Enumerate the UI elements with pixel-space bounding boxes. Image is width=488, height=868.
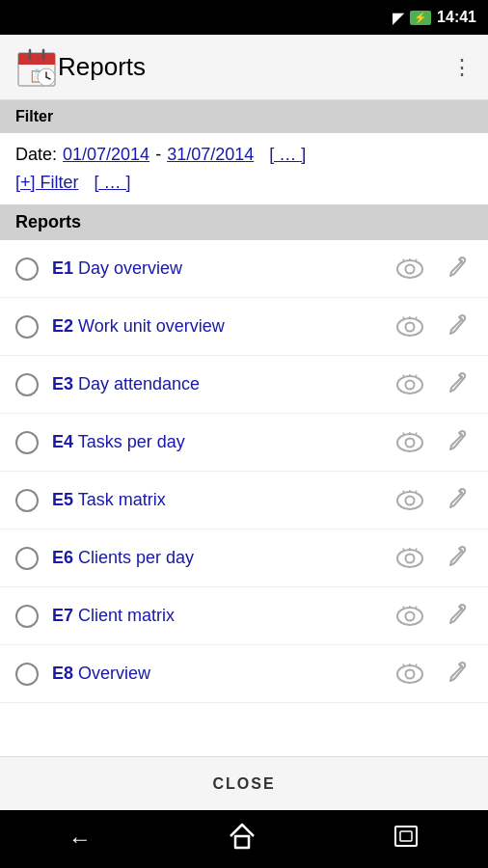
recent-apps-icon [393, 824, 420, 849]
report-radio-e4[interactable] [15, 431, 39, 454]
report-eye-icon-e4[interactable] [392, 424, 428, 461]
nav-home-button[interactable] [208, 815, 276, 864]
report-eye-icon-e2[interactable] [392, 309, 428, 345]
svg-point-22 [406, 380, 415, 389]
svg-point-9 [397, 260, 422, 278]
svg-line-11 [403, 258, 404, 261]
filter-date-label: Date: [15, 145, 57, 165]
svg-point-51 [397, 665, 422, 683]
filter-bracket-link-2[interactable]: [ … ] [95, 173, 131, 193]
svg-line-37 [416, 490, 417, 493]
svg-line-47 [403, 606, 404, 609]
app-icon: 📋 [15, 46, 58, 89]
report-radio-e2[interactable] [15, 315, 39, 339]
svg-line-13 [416, 258, 417, 261]
report-row: E2 Work unit overview [0, 298, 488, 356]
filter-date-separator: - [155, 145, 161, 165]
report-label-e6[interactable]: E6 Clients per day [52, 548, 392, 568]
report-label-e5[interactable]: E5 Task matrix [52, 490, 392, 510]
svg-line-49 [416, 606, 417, 609]
report-wrench-icon-e6[interactable] [436, 540, 473, 577]
svg-line-53 [403, 664, 404, 666]
svg-rect-59 [400, 831, 412, 841]
report-row: E4 Tasks per day [0, 414, 488, 472]
home-icon [228, 823, 257, 850]
report-row: E1 Day overview [0, 240, 488, 298]
report-wrench-icon-e1[interactable] [436, 251, 473, 287]
svg-rect-58 [395, 827, 417, 846]
svg-point-45 [397, 608, 422, 625]
nav-bar: ← [0, 810, 488, 868]
svg-rect-57 [235, 836, 249, 848]
svg-line-17 [403, 316, 404, 319]
report-eye-icon-e8[interactable] [392, 656, 428, 692]
report-label-e3[interactable]: E3 Day attendance [52, 374, 392, 394]
report-eye-icon-e3[interactable] [392, 366, 428, 403]
reports-list: E1 Day overview E2 Work unit overview E3… [0, 240, 488, 756]
filter-section-header: Filter [0, 100, 488, 133]
filter-date-to[interactable]: 31/07/2014 [167, 145, 254, 165]
status-icons: ◤ ⚡ 14:41 [393, 9, 476, 27]
report-wrench-icon-e2[interactable] [436, 309, 473, 345]
report-row: E3 Day attendance [0, 356, 488, 414]
report-label-e4[interactable]: E4 Tasks per day [52, 432, 392, 452]
svg-point-46 [406, 611, 415, 620]
report-radio-e3[interactable] [15, 373, 39, 396]
svg-point-39 [397, 550, 422, 567]
svg-line-25 [416, 374, 417, 377]
battery-icon: ⚡ [410, 11, 431, 25]
filter-add-row: [+] Filter [ … ] [15, 173, 473, 193]
status-time: 14:41 [437, 9, 476, 26]
report-radio-e6[interactable] [15, 547, 39, 570]
report-label-e8[interactable]: E8 Overview [52, 664, 392, 684]
svg-line-55 [416, 664, 417, 666]
svg-point-40 [406, 554, 415, 562]
svg-point-33 [397, 492, 422, 509]
svg-line-35 [403, 490, 404, 493]
filter-date-row: Date: 01/07/2014 - 31/07/2014 [ … ] [15, 145, 473, 165]
filter-bracket-link-1[interactable]: [ … ] [269, 145, 306, 165]
report-radio-e5[interactable] [15, 489, 39, 512]
svg-rect-2 [18, 61, 55, 65]
svg-point-34 [406, 496, 415, 504]
report-radio-e7[interactable] [15, 605, 39, 628]
svg-point-28 [406, 438, 415, 447]
svg-line-31 [416, 432, 417, 435]
svg-line-41 [403, 548, 404, 551]
report-label-e7[interactable]: E7 Client matrix [52, 606, 392, 626]
filter-add-filter-link[interactable]: [+] Filter [15, 173, 79, 193]
close-bar: CLOSE [0, 756, 488, 810]
overflow-menu-icon[interactable]: ⋮ [451, 55, 473, 80]
report-row: E7 Client matrix [0, 587, 488, 645]
report-eye-icon-e7[interactable] [392, 598, 428, 635]
report-wrench-icon-e8[interactable] [436, 656, 473, 692]
svg-line-19 [416, 316, 417, 319]
report-wrench-icon-e7[interactable] [436, 598, 473, 635]
report-radio-e1[interactable] [15, 258, 39, 281]
svg-point-15 [397, 318, 422, 336]
nav-recent-button[interactable] [373, 816, 439, 862]
report-label-e2[interactable]: E2 Work unit overview [52, 316, 392, 337]
status-bar: ◤ ⚡ 14:41 [0, 0, 488, 35]
report-row: E8 Overview [0, 645, 488, 703]
report-radio-e8[interactable] [15, 663, 39, 686]
report-wrench-icon-e4[interactable] [436, 424, 473, 461]
svg-point-16 [406, 322, 415, 331]
report-eye-icon-e6[interactable] [392, 540, 428, 577]
svg-point-21 [397, 376, 422, 393]
close-button[interactable]: CLOSE [212, 775, 275, 793]
report-label-e1[interactable]: E1 Day overview [52, 258, 392, 279]
report-wrench-icon-e3[interactable] [436, 366, 473, 403]
nav-back-button[interactable]: ← [49, 818, 111, 860]
toolbar: 📋 Reports ⋮ [0, 35, 488, 100]
report-row: E6 Clients per day [0, 529, 488, 587]
svg-line-23 [403, 374, 404, 377]
report-eye-icon-e1[interactable] [392, 251, 428, 287]
svg-line-43 [416, 548, 417, 551]
report-wrench-icon-e5[interactable] [436, 482, 473, 519]
report-row: E5 Task matrix [0, 472, 488, 529]
filter-date-from[interactable]: 01/07/2014 [63, 145, 149, 165]
svg-point-27 [397, 434, 422, 451]
report-eye-icon-e5[interactable] [392, 482, 428, 519]
svg-point-52 [406, 669, 415, 678]
